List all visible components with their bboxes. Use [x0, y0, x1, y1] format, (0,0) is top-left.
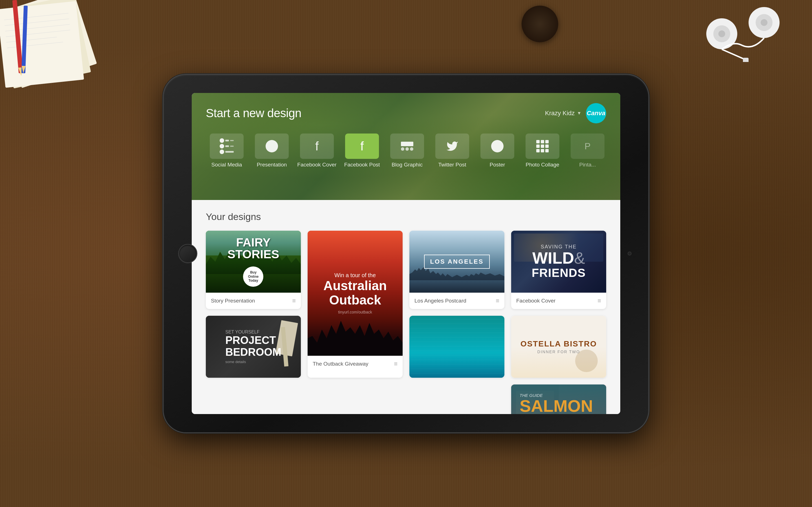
wild-friends-card-name: Facebook Cover [516, 298, 555, 304]
ocean-image [409, 316, 504, 378]
outback-sub-text: tinyurl.com/outback [323, 310, 387, 314]
design-type-presentation[interactable]: Presentation [251, 133, 293, 168]
la-menu-icon[interactable]: ≡ [496, 297, 499, 304]
ipad-camera [627, 251, 631, 256]
facebook-cover-label: Facebook Cover [297, 162, 336, 168]
outback-win-text: Win a tour of the [323, 272, 387, 279]
designs-section-title: Your designs [206, 211, 606, 222]
photo-collage-label: Photo Collage [525, 162, 559, 168]
outback-card-name: The Outback Giveaway [313, 361, 368, 367]
twitter-post-label: Twitter Post [438, 162, 466, 168]
design-card-salmon[interactable]: THE GUIDE SALMON A full guide to choosin… [511, 385, 606, 414]
salmon-title-text: SALMON [520, 398, 598, 414]
ipad-home-button[interactable] [178, 244, 197, 263]
presentation-icon [255, 133, 289, 159]
svg-point-15 [761, 19, 767, 26]
design-type-facebook-cover[interactable]: f Facebook Cover [296, 133, 338, 168]
user-dropdown[interactable]: Krazy Kidz ▼ [545, 110, 581, 117]
wild-friends-image: SAVING THE WILD & FRIENDS [511, 231, 606, 293]
fairy-stories-menu-icon[interactable]: ≡ [292, 297, 296, 304]
design-type-twitter-post[interactable]: Twitter Post [432, 133, 473, 168]
notebook-decoration [0, 0, 107, 90]
facebook-post-label: Facebook Post [344, 162, 380, 168]
svg-rect-2 [0, 1, 84, 88]
twitter-post-icon [435, 133, 469, 159]
design-type-pinta[interactable]: P Pinta... [567, 133, 606, 168]
earphones-decoration [626, 0, 795, 62]
dark-object [522, 6, 558, 42]
wild-title-text: WILD [532, 250, 574, 266]
canva-logo-text: Canva [587, 110, 605, 117]
dropdown-arrow-icon: ▼ [577, 111, 581, 116]
design-types-row: Social Media Presentation f Facebook Cov… [206, 133, 606, 168]
wild-amp-text: & [574, 250, 585, 266]
ipad-screen: Start a new design Krazy Kidz ▼ Canva [192, 93, 620, 414]
fairy-stories-badge: BuyOnlineToday [243, 267, 263, 287]
facebook-cover-icon: f [300, 133, 334, 159]
ostella-name-text: OSTELLA BISTRO [520, 339, 597, 348]
social-media-label: Social Media [211, 162, 242, 168]
design-card-la[interactable]: LOS ANGELES Los Angeles Postcard ≡ [409, 231, 504, 309]
fairy-stories-title: FAIRYSTORIES [227, 237, 280, 260]
photo-collage-icon [525, 133, 559, 159]
designs-section: Your designs FAIRYSTORIES [192, 200, 620, 414]
outback-main-text: AustralianOutback [323, 279, 387, 307]
pinta-icon: P [571, 133, 605, 159]
design-type-blog-graphic[interactable]: Blog Graphic [386, 133, 428, 168]
header-section: Start a new design Krazy Kidz ▼ Canva [192, 93, 620, 200]
wild-friends-menu-icon[interactable]: ≡ [598, 297, 601, 304]
design-card-outback[interactable]: Win a tour of the AustralianOutback tiny… [308, 231, 403, 378]
design-card-wild-friends[interactable]: SAVING THE WILD & FRIENDS Facebook Cover… [511, 231, 606, 309]
design-type-facebook-post[interactable]: f Facebook Post [341, 133, 383, 168]
page-title: Start a new design [206, 107, 301, 120]
la-image: LOS ANGELES [409, 231, 504, 293]
design-card-ostella[interactable]: OSTELLA BISTRO DINNER FOR TWO [511, 316, 606, 378]
la-card-name: Los Angeles Postcard [414, 298, 466, 304]
design-card-ocean[interactable] [409, 316, 504, 378]
salmon-image: THE GUIDE SALMON A full guide to choosin… [511, 385, 606, 414]
ipad-frame: Start a new design Krazy Kidz ▼ Canva [163, 75, 649, 432]
svg-rect-19 [743, 58, 749, 62]
pinta-label: Pinta... [579, 162, 596, 168]
design-type-photo-collage[interactable]: Photo Collage [522, 133, 563, 168]
poster-icon [480, 133, 514, 159]
ostella-image: OSTELLA BISTRO DINNER FOR TWO [511, 316, 606, 378]
project-title-text: PROJECTBEDROOM [225, 335, 281, 358]
design-card-project-bedroom[interactable]: SET YOURSELF PROJECTBEDROOM some details… [206, 316, 301, 378]
fairy-stories-image: FAIRYSTORIES BuyOnlineToday [206, 231, 301, 293]
outback-menu-icon[interactable]: ≡ [394, 360, 398, 368]
username-label: Krazy Kidz [545, 110, 574, 117]
la-city-name: LOS ANGELES [424, 255, 490, 269]
design-type-social-media[interactable]: Social Media [206, 133, 248, 168]
fairy-stories-card-name: Story Presentation [211, 298, 255, 304]
blog-graphic-icon [390, 133, 424, 159]
canva-logo[interactable]: Canva [586, 103, 606, 123]
presentation-label: Presentation [257, 162, 287, 168]
social-media-icon [210, 133, 244, 159]
project-bedroom-image: SET YOURSELF PROJECTBEDROOM some details [206, 316, 301, 378]
project-sub-text: some details [225, 360, 281, 364]
ostella-sub-text: DINNER FOR TWO [520, 349, 597, 354]
project-set-text: SET YOURSELF [225, 330, 281, 335]
design-card-fairy-stories[interactable]: FAIRYSTORIES BuyOnlineToday Story Presen… [206, 231, 301, 309]
poster-label: Poster [490, 162, 505, 168]
blog-graphic-label: Blog Graphic [392, 162, 423, 168]
design-type-poster[interactable]: Poster [476, 133, 518, 168]
wild-friends-text-label: FRIENDS [532, 266, 586, 280]
designs-grid: FAIRYSTORIES BuyOnlineToday Story Presen… [206, 231, 606, 414]
outback-image: Win a tour of the AustralianOutback tiny… [308, 231, 403, 356]
svg-point-18 [718, 31, 725, 37]
facebook-post-icon: f [345, 133, 379, 159]
